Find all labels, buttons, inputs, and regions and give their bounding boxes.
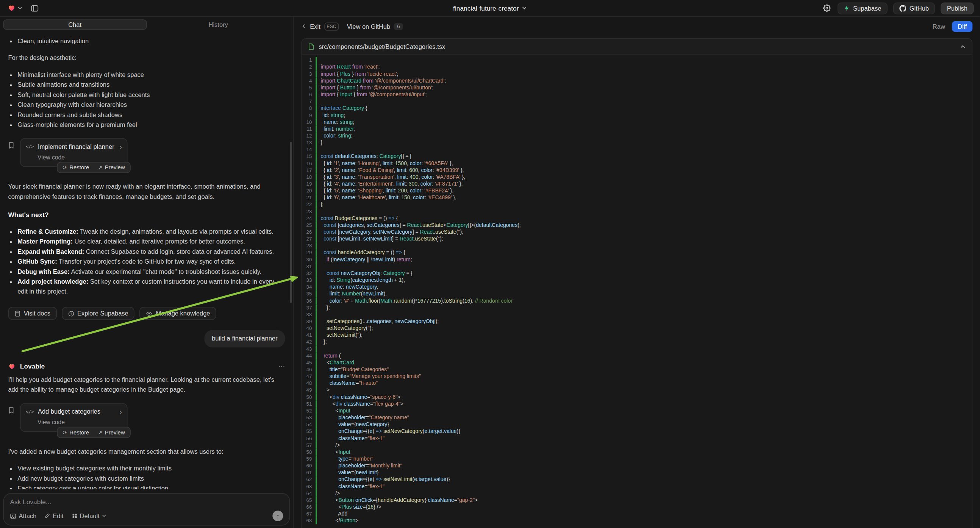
list-item: Expand with Backend: Connect Supabase to… [8, 247, 285, 257]
exit-button[interactable]: Exit ESC [301, 22, 339, 30]
code-line: 59 type="number" [302, 456, 972, 463]
line-number: 9 [302, 112, 315, 119]
tab-history[interactable]: History [146, 19, 290, 30]
attach-icon [10, 513, 16, 519]
code-line: 20 { id: '5', name: 'Shopping', limit: 2… [302, 188, 972, 194]
assistant-header: Lovable ⋯ [8, 361, 285, 371]
preview-label: Preview [105, 164, 125, 170]
line-number: 39 [302, 318, 315, 325]
line-number: 59 [302, 456, 315, 463]
code-line: 67 Add [302, 511, 972, 517]
model-selector[interactable]: Default [72, 512, 107, 519]
whats-next-heading: What's next? [8, 210, 285, 219]
visit-docs-label: Visit docs [24, 310, 50, 316]
line-number: 40 [302, 325, 315, 332]
settings-button[interactable] [822, 3, 832, 13]
line-number: 55 [302, 428, 315, 435]
code-line: 9 id: string; [302, 112, 972, 119]
code-line: 13} [302, 139, 972, 146]
code-line: 40 setNewCategory(''); [302, 325, 972, 332]
code-line: 3import { Plus } from 'lucide-react'; [302, 70, 972, 77]
top-bar: financial-future-creator Supabase GitHub… [0, 0, 980, 17]
attach-button[interactable]: Attach [10, 512, 37, 519]
chevron-left-icon [301, 24, 306, 29]
code-line: 21 { id: '6', name: 'Healthcare', limit:… [302, 194, 972, 201]
file-header[interactable]: src/components/budget/BudgetCategories.t… [302, 39, 972, 55]
code-line: 45 <ChartCard [302, 359, 972, 366]
code-line: 37 }; [302, 304, 972, 311]
chat-scrollbar[interactable] [290, 142, 292, 304]
manage-knowledge-button[interactable]: Manage knowledge [140, 307, 216, 320]
code-line: 52 <Input [302, 407, 972, 414]
list-item: GitHub Sync: Transfer your project's cod… [8, 257, 285, 267]
code-line: 42 }; [302, 339, 972, 345]
code-line: 5import { Button } from '@/components/ui… [302, 84, 972, 91]
explore-supabase-button[interactable]: Explore Supabase [62, 307, 135, 320]
raw-toggle[interactable]: Raw [933, 23, 945, 30]
line-number: 23 [302, 208, 315, 215]
line-number: 34 [302, 284, 315, 291]
line-number: 50 [302, 394, 315, 400]
line-number: 16 [302, 160, 315, 167]
code-line: 27 const [newLimit, setNewLimit] = React… [302, 235, 972, 242]
manage-knowledge-label: Manage knowledge [156, 310, 210, 316]
code-line: 25 const [categories, setCategories] = R… [302, 222, 972, 229]
view-code-link[interactable]: View code [38, 417, 122, 427]
message-menu-button[interactable]: ⋯ [278, 362, 285, 370]
preview-button[interactable]: ↗ Preview [94, 163, 129, 172]
line-number: 17 [302, 167, 315, 174]
step-bold: Master Prompting: [18, 238, 73, 245]
github-label: GitHub [910, 5, 929, 11]
code-line: 65 <Button onClick={handleAddCategory} c… [302, 497, 972, 504]
line-number: 36 [302, 297, 315, 304]
edit-card-1: </> Implement financial planner › View c… [8, 138, 285, 167]
publish-button[interactable]: Publish [940, 2, 974, 14]
project-switcher[interactable]: financial-future-creator [453, 5, 527, 12]
line-number: 43 [302, 345, 315, 352]
line-number: 49 [302, 387, 315, 394]
visit-docs-button[interactable]: Visit docs [8, 307, 56, 320]
pencil-icon [45, 513, 50, 519]
edit-label: Edit [52, 512, 63, 519]
line-number: 13 [302, 139, 315, 146]
list-item: Each category gets a unique color for vi… [8, 484, 285, 489]
code-line: 16 { id: '1', name: 'Housing', limit: 15… [302, 160, 972, 167]
github-button[interactable]: GitHub [893, 2, 935, 14]
restore-button[interactable]: ⟳ Restore [58, 428, 93, 437]
collapse-file-button[interactable] [960, 44, 966, 49]
line-number: 18 [302, 174, 315, 181]
code-line: 2import React from 'react'; [302, 64, 972, 70]
sidebar-toggle-button[interactable] [30, 3, 40, 13]
diff-toggle[interactable]: Diff [952, 21, 972, 32]
chat-composer: Attach Edit Default ↑ [3, 493, 290, 526]
preview-button[interactable]: ↗ Preview [94, 428, 129, 437]
code-body: 12import React from 'react';3import { Pl… [302, 55, 972, 528]
line-number: 66 [302, 504, 315, 511]
restore-label: Restore [69, 429, 89, 435]
view-on-github-button[interactable]: View on GitHub 6 [347, 23, 403, 30]
preview-icon: ↗ [98, 429, 102, 435]
code-line: 8interface Category { [302, 105, 972, 112]
code-line: 46 title="Budget Categories" [302, 366, 972, 373]
list-item: Add new budget categories with custom li… [8, 474, 285, 484]
send-button[interactable]: ↑ [272, 511, 283, 521]
edit-mode-button[interactable]: Edit [45, 512, 64, 519]
tab-chat[interactable]: Chat [3, 19, 146, 30]
supabase-button[interactable]: Supabase [838, 2, 888, 14]
restore-button[interactable]: ⟳ Restore [58, 163, 93, 172]
diff-file-card: src/components/budget/BudgetCategories.t… [301, 38, 972, 528]
step-text: Use clear, detailed, and iterative promp… [73, 238, 245, 245]
workspace-menu-button[interactable] [6, 3, 24, 13]
code-line: 68 </Button> [302, 517, 972, 524]
list-item: Clean typography with clear hierarchies [8, 100, 285, 110]
code-line: 1 [302, 57, 972, 64]
view-code-link[interactable]: View code [38, 153, 122, 162]
code-line: 4import ChartCard from '@/components/ui/… [302, 78, 972, 84]
code-line: 33 id: String(categories.length + 1), [302, 277, 972, 284]
edit-card-title: Implement financial planner [38, 142, 115, 150]
chat-input[interactable] [10, 498, 283, 506]
step-bold: Add project knowledge: [18, 278, 88, 285]
user-message-bubble: build a financial planner [204, 330, 285, 347]
line-number: 24 [302, 215, 315, 222]
chat-tabs: Chat History [3, 19, 290, 30]
